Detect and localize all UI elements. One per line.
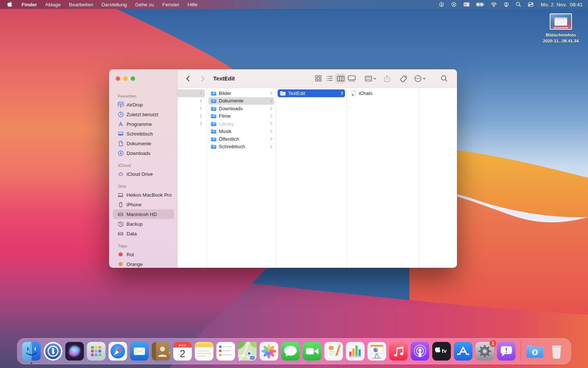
sidebar-item-data[interactable]: Data [113,229,174,238]
sidebar-item-macintosh-hd[interactable]: Macintosh HD [113,209,174,219]
menu-gehe-zu[interactable]: Gehe zu [131,0,158,9]
menu-ablage[interactable]: Ablage [41,0,65,9]
file-label: TextEdit [288,91,305,96]
file-row-library[interactable]: Library [208,120,274,128]
file-row-filme[interactable]: Filme [208,112,274,120]
file-row-dokumente[interactable]: Dokumente [208,97,274,105]
dock-reminders-icon[interactable] [216,342,236,361]
app-a-icon [117,121,124,127]
onepassword-menu-icon[interactable] [435,0,448,9]
dock-finder-icon[interactable] [22,342,41,361]
file-row[interactable] [178,105,205,112]
dock-facetime-icon[interactable] [303,342,322,361]
sidebar-item-programme[interactable]: Programme [113,119,174,129]
file-row-downloads[interactable]: Downloads [208,105,274,112]
dock-pages-icon[interactable] [324,342,343,361]
dock-music-icon[interactable] [389,342,408,361]
file-row-bilder[interactable]: Bilder [208,89,274,97]
dock-maps-icon[interactable]: 280 [238,342,257,361]
finder-window: FavoritenAirDropZuletzt benutztProgramme… [109,69,457,268]
dock-calendar-icon[interactable]: NOV2 [173,342,192,361]
control-center-menu-icon[interactable] [524,0,537,9]
file-row[interactable] [178,97,205,105]
dock-contacts-icon[interactable] [151,342,171,361]
battery-menu-icon[interactable] [473,0,488,9]
dock-siri-icon[interactable] [65,342,84,361]
dock-mail-icon[interactable] [130,342,149,361]
file-row-schreibtisch[interactable]: Schreibtisch [208,143,274,151]
dock-podcasts-icon[interactable] [410,342,430,361]
sidebar-item-backup[interactable]: Backup [113,219,174,229]
list-view-button[interactable] [324,73,335,84]
sidebar-item-airdrop[interactable]: AirDrop [113,100,174,110]
spotlight-menu-icon[interactable] [512,0,524,9]
sidebar-item-rot[interactable]: Rot [113,250,174,259]
menu-bar-clock[interactable]: Mo. 2. Nov. 08:41 [537,2,583,7]
dock-feedback-assistant-icon[interactable] [497,342,516,361]
dock-downloads-folder-icon[interactable] [525,342,545,361]
dock-photos-icon[interactable] [259,342,279,361]
zoom-button[interactable] [131,76,135,81]
sidebar-item-label: iCloud Drive [127,171,153,177]
minimize-button[interactable] [123,76,128,81]
file-row-musik[interactable]: Musik [208,128,274,136]
file-row-textedit[interactable]: TextEdit [278,89,345,97]
file-row-öffentlich[interactable]: Öffentlich [208,135,274,143]
dock-launchpad-icon[interactable] [87,342,106,361]
user-switch-menu-icon[interactable] [500,0,512,9]
dock-app-store-icon[interactable] [454,342,473,361]
dock: NOV2280tv1 [17,338,571,364]
sidebar-item-label: AirDrop [127,102,143,108]
dock-system-preferences-icon[interactable]: 1 [475,342,495,361]
window-title: TextEdit [213,75,235,82]
dock-safari-icon[interactable] [108,342,128,361]
group-by-button[interactable] [365,73,376,84]
dock-apple-tv-icon[interactable]: tv [432,342,451,361]
toolbar-actions [313,69,457,88]
menu-darstellung[interactable]: Darstellung [98,0,131,9]
file-row-ichats[interactable]: iChats [348,89,417,97]
sidebar-item-zuletzt-benutzt[interactable]: Zuletzt benutzt [113,110,174,119]
playback-menu-icon[interactable] [448,0,460,9]
columns-view-button[interactable] [335,73,346,84]
share-button[interactable] [381,73,393,84]
sidebar-item-downloads[interactable]: Downloads [113,148,174,158]
close-button[interactable] [116,76,120,81]
tag-button[interactable] [398,73,409,84]
file-row[interactable] [178,89,205,97]
sidebar-item-heikos-macbook-pro[interactable]: Heikos MacBook Pro [113,190,174,200]
dock-numbers-icon[interactable] [346,342,365,361]
sidebar-item-iphone[interactable]: iPhone [113,200,174,209]
dock-notes-icon[interactable] [195,342,214,361]
sidebar-item-schreibtisch[interactable]: Schreibtisch [113,129,174,139]
dock-trash-icon[interactable] [547,342,566,361]
menu-hilfe[interactable]: Hilfe [183,0,202,9]
menu-finder[interactable]: Finder [17,0,41,9]
sidebar-section-icloud: iCloud [109,163,177,169]
more-actions-button[interactable] [414,73,426,84]
wifi-menu-icon[interactable] [488,0,500,9]
dock-keynote-icon[interactable] [367,342,387,361]
dock-onepassword-icon[interactable] [44,342,63,361]
sidebar-item-label: Macintosh HD [127,212,157,217]
file-row[interactable] [178,112,205,120]
sidebar-item-orange[interactable]: Orange [113,259,174,268]
dock-messages-icon[interactable] [281,342,300,361]
sidebar-item-label: Zuletzt benutzt [127,112,158,117]
menu-fenster[interactable]: Fenster [158,0,183,9]
sidebar-item-icloud-drive[interactable]: iCloud Drive [113,169,174,179]
file-label: Musik [219,129,231,134]
file-row[interactable] [178,120,205,128]
gallery-view-button[interactable] [346,73,357,84]
search-button[interactable] [438,73,450,84]
menu-bar-menus: FinderAblageBearbeitenDarstellungGehe zu… [0,0,202,9]
apple-menu-icon[interactable] [0,1,17,8]
desktop-screenshot-icon[interactable]: Bildschirmfoto 2020-11...08.41.34 [537,13,585,44]
forward-button[interactable] [198,74,208,83]
display-menu-icon[interactable] [460,0,473,9]
sidebar-item-label: Orange [127,261,143,267]
menu-bearbeiten[interactable]: Bearbeiten [65,0,97,9]
sidebar-item-dokumente[interactable]: Dokumente [113,139,174,148]
icons-view-button[interactable] [313,73,324,84]
back-button[interactable] [183,74,193,83]
